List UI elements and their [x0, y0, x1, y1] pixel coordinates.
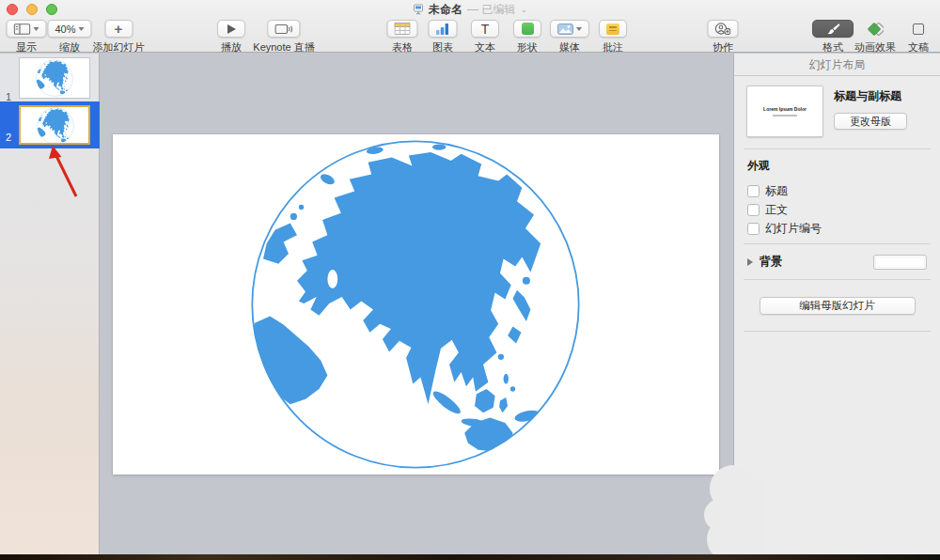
red-arrow-annotation — [42, 142, 86, 206]
background-section: 背景 — [734, 244, 940, 279]
bar-chart-icon — [436, 23, 450, 35]
chevron-down-icon — [79, 27, 85, 31]
document-proxy-icon[interactable] — [413, 4, 424, 15]
checkbox-label: 正文 — [765, 202, 788, 218]
comment-button[interactable] — [599, 20, 627, 38]
toolbar-item-media: 媒体 — [550, 20, 589, 54]
appearance-option-body: 正文 — [747, 200, 927, 219]
master-slide-thumbnail[interactable]: Lorem Ipsum Dolor — [746, 86, 823, 137]
title-chevron-down-icon[interactable]: ⌄ — [520, 6, 527, 14]
body-checkbox[interactable] — [747, 204, 760, 216]
zoom-value: 40% — [55, 23, 75, 35]
background-color-well[interactable] — [873, 255, 927, 270]
chart-button[interactable] — [429, 20, 458, 38]
title-checkbox[interactable] — [747, 185, 760, 197]
toolbar-item-shape: 形状 — [513, 20, 541, 54]
toolbar-item-text: T 文本 — [471, 20, 499, 54]
slide-1-thumbnail[interactable] — [19, 57, 90, 99]
comment-note-icon — [606, 23, 619, 35]
format-tab-button[interactable] — [812, 20, 854, 38]
titlebar: 未命名 — 已编辑 ⌄ — [0, 2, 940, 17]
disclosure-triangle-icon[interactable] — [747, 258, 753, 266]
slide-canvas-area — [101, 54, 733, 554]
appearance-option-slide-number: 幻灯片编号 — [747, 219, 927, 238]
master-name: 标题与副标题 — [834, 88, 907, 104]
media-photo-icon — [557, 23, 573, 35]
toolbar-item-keynote-live: Keynote 直播 — [253, 20, 314, 54]
edit-master-slide-button[interactable]: 编辑母版幻灯片 — [760, 297, 916, 315]
master-placeholder-title: Lorem Ipsum Dolor — [763, 106, 807, 112]
slide-number: 2 — [6, 132, 11, 143]
document-setup-icon — [913, 23, 924, 35]
slide-2-thumbnail[interactable] — [19, 105, 90, 145]
change-master-button[interactable]: 更改母版 — [834, 113, 907, 130]
table-button[interactable] — [387, 20, 418, 38]
globe-image — [36, 59, 73, 97]
slide-editing-surface[interactable] — [113, 134, 719, 474]
appearance-section: 外观 标题 正文 幻灯片编号 — [734, 149, 940, 243]
master-placeholder-subtitle-line — [773, 115, 797, 117]
panel-cloud-blob — [699, 455, 765, 560]
checkbox-label: 标题 — [765, 183, 788, 199]
view-button[interactable] — [7, 20, 47, 38]
chevron-down-icon — [34, 27, 39, 31]
toolbar-item-comment: 批注 — [599, 20, 627, 54]
toolbar-item-view: 显示 — [7, 20, 47, 54]
appearance-title: 外观 — [747, 158, 927, 174]
master-meta: 标题与副标题 更改母版 — [834, 86, 907, 137]
add-slide-button[interactable]: + — [104, 20, 133, 38]
background-label: 背景 — [760, 254, 782, 270]
collaborate-button[interactable] — [708, 20, 739, 38]
globe-image[interactable] — [246, 135, 585, 474]
table-icon — [395, 23, 411, 35]
keynote-window: 未命名 — 已编辑 ⌄ 显示 40% 缩放 — [0, 0, 940, 560]
play-button[interactable] — [217, 20, 245, 38]
play-icon — [227, 24, 236, 34]
tab-animate: 动画效果 — [854, 20, 896, 54]
text-icon: T — [481, 23, 490, 36]
toolbar: 未命名 — 已编辑 ⌄ 显示 40% 缩放 — [0, 0, 940, 53]
appearance-option-title: 标题 — [747, 181, 927, 200]
toolbar-item-zoom: 40% 缩放 — [47, 20, 91, 54]
document-title: 未命名 — [429, 2, 462, 18]
animate-tab-button[interactable] — [860, 20, 890, 38]
document-edited-status: — 已编辑 — [467, 2, 515, 18]
checkbox-label: 幻灯片编号 — [765, 221, 822, 237]
toolbar-item-add-slide: + 添加幻灯片 — [93, 20, 145, 54]
desktop-background-strip — [0, 554, 940, 560]
slide-1-row: 1 — [0, 54, 100, 106]
shape-button[interactable] — [513, 20, 541, 38]
slide-navigator: 1 2 — [0, 54, 100, 554]
text-button[interactable]: T — [471, 20, 499, 38]
divider — [744, 331, 931, 332]
globe-image — [37, 107, 74, 145]
tab-format: 格式 — [812, 20, 854, 54]
zoom-level-button[interactable]: 40% — [47, 20, 91, 38]
animate-diamond-icon — [867, 23, 884, 36]
document-tab-button[interactable] — [904, 20, 932, 38]
collaborate-person-icon — [715, 23, 731, 35]
format-brush-icon — [826, 23, 840, 35]
toolbar-item-chart: 图表 — [429, 20, 458, 54]
inspector-header: 幻灯片布局 — [734, 54, 940, 76]
master-slide-section: Lorem Ipsum Dolor 标题与副标题 更改母版 — [734, 76, 940, 148]
chevron-down-icon — [576, 27, 582, 31]
plus-icon: + — [115, 22, 123, 36]
toolbar-item-collaborate: 协作 — [708, 20, 739, 54]
shape-icon — [522, 23, 534, 35]
slide-number-checkbox[interactable] — [747, 223, 760, 235]
screen-broadcast-icon — [274, 23, 292, 35]
tab-document: 文稿 — [904, 20, 932, 54]
view-panels-icon — [14, 23, 31, 35]
toolbar-item-play: 播放 — [217, 20, 245, 54]
media-button[interactable] — [550, 20, 589, 38]
toolbar-item-table: 表格 — [387, 20, 418, 54]
keynote-live-button[interactable] — [267, 20, 300, 38]
edit-master-section: 编辑母版幻灯片 — [734, 280, 940, 331]
